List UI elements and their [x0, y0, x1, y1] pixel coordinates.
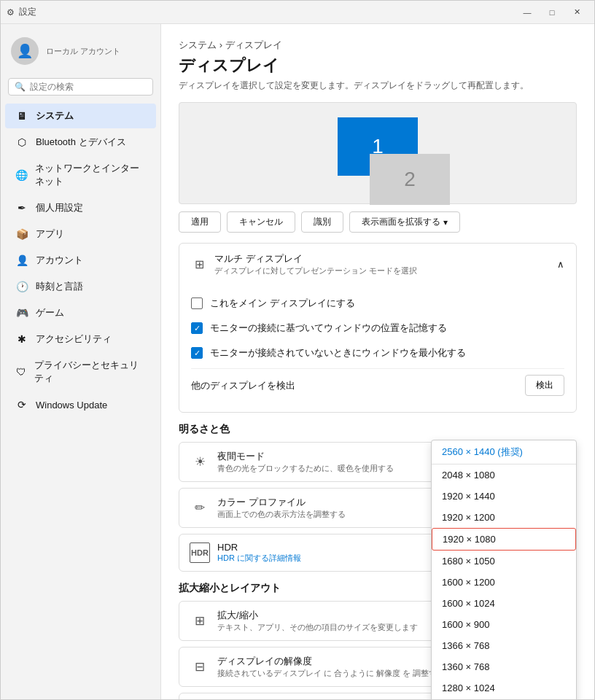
- apply-button[interactable]: 適用: [179, 211, 221, 233]
- bluetooth-icon: ⬡: [15, 136, 28, 149]
- personalize-icon: ✒: [15, 201, 28, 214]
- action-bar: 適用 キャンセル 識別 表示画面を拡張する ▾: [179, 211, 577, 233]
- datetime-icon: 🕐: [15, 280, 28, 293]
- check-minimize-label: モニターが接続されていないときにウィンドウを最小化する: [210, 346, 466, 359]
- system-icon: 🖥: [15, 109, 28, 122]
- extend-label: 表示画面を拡張する: [362, 216, 440, 228]
- hdr-text: HDR HDR に関する詳細情報: [217, 542, 301, 564]
- sidebar: 👤 ローカル アカウント 🔍 🖥 システム ⬡ Bluetooth とデバイス: [1, 24, 161, 699]
- dropdown-item-1[interactable]: 2048 × 1080: [432, 464, 576, 486]
- sidebar-item-label-network: ネットワークとインターネット: [35, 162, 146, 188]
- dropdown-item-10[interactable]: 1360 × 768: [432, 656, 576, 677]
- scale-text: 拡大/縮小 テキスト、アプリ、その他の項目のサイズを変更します: [217, 609, 418, 633]
- scale-title: 拡大/縮小: [217, 609, 418, 622]
- dropdown-item-5[interactable]: 1680 × 1050: [432, 551, 576, 572]
- page-description: ディスプレイを選択して設定を変更します。ディスプレイをドラッグして再配置します。: [179, 79, 577, 92]
- sidebar-item-label-accounts: アカウント: [36, 254, 83, 267]
- resolution-subtitle: 接続されているディスプレイ に 合うように 解像度 を 調整する: [217, 668, 445, 679]
- identify-button[interactable]: 識別: [301, 211, 343, 233]
- check-minimize[interactable]: ✓: [191, 347, 203, 359]
- detect-button[interactable]: 検出: [525, 375, 564, 396]
- monitor-2-label: 2: [404, 168, 416, 191]
- search-input[interactable]: [30, 82, 147, 92]
- check-remember-position-row: ✓ モニターの接続に基づいてウィンドウの位置を記憶する: [191, 316, 564, 341]
- dropdown-item-3[interactable]: 1920 × 1200: [432, 507, 576, 528]
- sidebar-item-label-system: システム: [36, 109, 74, 122]
- monitor-2[interactable]: 2: [370, 154, 450, 205]
- sidebar-item-bluetooth[interactable]: ⬡ Bluetooth とデバイス: [5, 130, 156, 155]
- resolution-text: ディスプレイの解像度 接続されているディスプレイ に 合うように 解像度 を 調…: [217, 655, 445, 679]
- maximize-button[interactable]: □: [540, 5, 564, 20]
- dropdown-item-12[interactable]: 1280 × 960: [432, 699, 576, 699]
- title-bar-controls: — □ ✕: [516, 5, 588, 20]
- sidebar-item-label-privacy: プライバシーとセキュリティ: [34, 359, 146, 385]
- dropdown-item-2[interactable]: 1920 × 1440: [432, 486, 576, 507]
- page-title: ディスプレイ: [179, 55, 577, 77]
- sidebar-item-windows-update[interactable]: ⟳ Windows Update: [5, 392, 156, 417]
- breadcrumb-system: システム: [179, 39, 217, 50]
- check-main-display-row: これをメイン ディスプレイにする: [191, 291, 564, 316]
- dropdown-item-6[interactable]: 1600 × 1200: [432, 572, 576, 593]
- multi-display-header[interactable]: ⊞ マルチ ディスプレイ ディスプレイに対してプレゼンテーション モードを選択 …: [179, 244, 576, 285]
- color-profile-text: カラー プロファイル 画面上での色の表示方法を調整する: [217, 496, 346, 520]
- content-area: 👤 ローカル アカウント 🔍 🖥 システム ⬡ Bluetooth とデバイス: [1, 24, 594, 699]
- dropdown-item-8[interactable]: 1600 × 900: [432, 614, 576, 635]
- breadcrumb-arrow: ›: [219, 39, 225, 50]
- title-bar: ⚙ 設定 — □ ✕: [1, 1, 594, 24]
- privacy-icon: 🛡: [15, 365, 27, 378]
- resolution-icon: ⊟: [190, 657, 210, 677]
- user-account-type: ローカル アカウント: [46, 46, 120, 57]
- user-info: ローカル アカウント: [46, 46, 120, 57]
- night-mode-left: ☀ 夜間モード 青色の光をブロックするために、暖色を使用する: [190, 450, 394, 474]
- check-remember-position[interactable]: ✓: [191, 322, 203, 334]
- dropdown-item-4[interactable]: 1920 × 1080: [432, 528, 576, 551]
- multi-display-icon: ⊞: [191, 257, 207, 273]
- search-icon: 🔍: [15, 82, 26, 92]
- section-title: マルチ ディスプレイ: [214, 252, 417, 265]
- scale-subtitle: テキスト、アプリ、その他の項目のサイズを変更します: [217, 622, 418, 633]
- sidebar-item-datetime[interactable]: 🕐 時刻と言語: [5, 274, 156, 299]
- sidebar-item-privacy[interactable]: 🛡 プライバシーとセキュリティ: [5, 353, 156, 391]
- dropdown-item-7[interactable]: 1600 × 1024: [432, 593, 576, 614]
- hdr-left: HDR HDR HDR に関する詳細情報: [190, 542, 301, 564]
- dropdown-item-11[interactable]: 1280 × 1024: [432, 677, 576, 699]
- brightness-title: 明るさと色: [179, 423, 577, 436]
- sidebar-item-personalize[interactable]: ✒ 個人用設定: [5, 195, 156, 220]
- collapse-icon: ∧: [557, 259, 564, 270]
- cancel-button[interactable]: キャンセル: [227, 211, 295, 233]
- avatar-icon: 👤: [17, 43, 33, 59]
- close-button[interactable]: ✕: [565, 5, 588, 20]
- dropdown-item-9[interactable]: 1366 × 768: [432, 635, 576, 656]
- accessibility-icon: ✱: [15, 332, 28, 346]
- color-profile-icon: ✏: [190, 498, 210, 518]
- sidebar-item-accounts[interactable]: 👤 アカウント: [5, 248, 156, 273]
- sidebar-item-label-gaming: ゲーム: [36, 306, 64, 319]
- night-mode-text: 夜間モード 青色の光をブロックするために、暖色を使用する: [217, 450, 394, 474]
- extend-button[interactable]: 表示画面を拡張する ▾: [349, 211, 460, 233]
- resolution-left: ⊟ ディスプレイの解像度 接続されているディスプレイ に 合うように 解像度 を…: [190, 655, 445, 679]
- check-main-display[interactable]: [191, 298, 203, 309]
- title-bar-left: ⚙ 設定: [7, 6, 36, 18]
- scale-left: ⊞ 拡大/縮小 テキスト、アプリ、その他の項目のサイズを変更します: [190, 609, 418, 633]
- section-body: これをメイン ディスプレイにする ✓ モニターの接続に基づいてウィンドウの位置を…: [179, 285, 576, 412]
- night-mode-subtitle: 青色の光をブロックするために、暖色を使用する: [217, 463, 394, 474]
- sidebar-item-accessibility[interactable]: ✱ アクセシビリティ: [5, 327, 156, 351]
- minimize-button[interactable]: —: [516, 5, 539, 20]
- multi-display-section: ⊞ マルチ ディスプレイ ディスプレイに対してプレゼンテーション モードを選択 …: [179, 243, 577, 413]
- hdr-icon: HDR: [190, 542, 210, 563]
- dropdown-item-0[interactable]: 2560 × 1440 (推奨): [432, 440, 576, 464]
- search-box[interactable]: 🔍: [8, 78, 153, 96]
- settings-gear-icon: ⚙: [7, 7, 15, 18]
- section-header-text: マルチ ディスプレイ ディスプレイに対してプレゼンテーション モードを選択: [214, 252, 417, 276]
- sidebar-item-label-personalize: 個人用設定: [36, 201, 83, 214]
- check-main-display-label: これをメイン ディスプレイにする: [210, 297, 355, 310]
- sidebar-item-network[interactable]: 🌐 ネットワークとインターネット: [5, 156, 156, 194]
- color-profile-subtitle: 画面上での色の表示方法を調整する: [217, 509, 346, 520]
- apps-icon: 📦: [15, 228, 28, 241]
- sidebar-item-apps[interactable]: 📦 アプリ: [5, 222, 156, 246]
- sidebar-item-system[interactable]: 🖥 システム: [5, 104, 156, 128]
- breadcrumb: システム › ディスプレイ: [179, 39, 577, 52]
- sidebar-item-gaming[interactable]: 🎮 ゲーム: [5, 300, 156, 325]
- user-section: 👤 ローカル アカウント: [1, 31, 160, 75]
- breadcrumb-display: ディスプレイ: [225, 39, 282, 50]
